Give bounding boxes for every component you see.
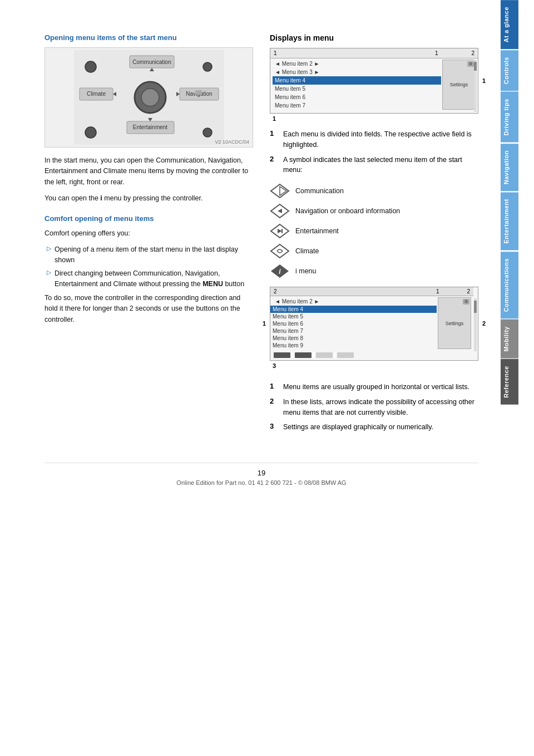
slider-divider3 (334, 352, 336, 358)
svg-rect-19 (195, 90, 202, 95)
section1-body1: In the start menu, you can open the Comm… (44, 155, 253, 188)
upper-labels-row: 1 2 (435, 50, 474, 56)
section2-title: Comfort opening of menu items (44, 214, 253, 223)
callouts-upper: 1 Each menu is divided into fields. The … (270, 129, 478, 175)
sidebar-tab-navigation[interactable]: Navigation (501, 144, 518, 191)
svg-text:Climate: Climate (87, 91, 106, 97)
symbol-imenu: i i menu (270, 263, 478, 279)
lower-item-6: Menu item 6 (273, 320, 437, 327)
menu-item-2: ◄ Menu item 3 ► (273, 68, 441, 76)
callout-num-2: 2 (270, 155, 280, 163)
callout-lnum-2: 2 (270, 397, 280, 405)
section2-intro: Comfort opening offers you: (44, 228, 253, 239)
bullet-arrow-1: ▷ (47, 245, 51, 252)
svg-marker-27 (271, 244, 289, 258)
callout-ltext-3: Settings are displayed graphically or nu… (283, 422, 433, 433)
lower-item-5: Menu item 5 (273, 313, 437, 320)
section1-title: Opening menu items of the start menu (44, 33, 253, 42)
sidebar-tab-driving-tips[interactable]: Driving tips (501, 92, 518, 143)
callout-lnum-1: 1 (270, 382, 280, 390)
lower-item-7: Menu item 7 (273, 327, 437, 335)
callout-lnum-3: 3 (270, 422, 280, 430)
sidebar-tab-reference[interactable]: Reference (501, 359, 518, 405)
slider-filled-2 (295, 352, 312, 358)
upper-scrollbar (474, 60, 477, 112)
callout-l3: 3 Settings are displayed graphically or … (270, 422, 478, 433)
upper-label-1a: 1 (274, 50, 277, 56)
callout-num-1: 1 (270, 129, 280, 138)
lower-num-1a: 1 (436, 288, 439, 294)
sidebar-tab-entertainment[interactable]: Entertainment (501, 192, 518, 250)
slider-divider1 (291, 352, 294, 358)
menu-item-6: Menu item 7 (273, 101, 441, 110)
callout-text-2: A symbol indicates the last selected men… (283, 155, 478, 176)
lower-item-8: Menu item 8 (273, 335, 437, 342)
symbol-label-ent: Entertainment (295, 227, 339, 235)
bullet-text-2: Direct changing between Communication, N… (55, 268, 253, 289)
lower-header-item: ◄ Menu item 2 ► (273, 297, 437, 306)
symbol-icon-ent (270, 223, 290, 239)
bullet-item-2: ▷ Direct changing between Communication,… (44, 268, 253, 289)
symbol-clim: Climate (270, 243, 478, 259)
lower-diagram-header: 2 1 2 (270, 287, 473, 296)
upper-display-diagram: 1 1 2 ◄ Menu item 2 ► ◄ Menu item 3 ► Me… (270, 48, 478, 114)
diagram-watermark: V2 10ACDC/04 (215, 139, 249, 145)
svg-point-14 (141, 89, 159, 106)
symbol-table: Communication Navigation or onboard info… (270, 183, 478, 279)
sidebar-tab-at-a-glance[interactable]: At a glance (501, 0, 518, 49)
menu-item-4: Menu item 5 (273, 85, 441, 93)
lower-display-diagram: 2 1 2 ◄ Menu item 2 ► Menu item 4 Menu i… (270, 287, 478, 361)
callout-l1: 1 Menu items are usually grouped in hori… (270, 382, 478, 392)
sidebar-tab-controls[interactable]: Controls (501, 50, 518, 91)
section1-body2: You can open the i menu by pressing the … (44, 193, 253, 204)
svg-text:Entertainment: Entertainment (132, 124, 167, 130)
start-menu-diagram: Communication Navigation Entertainment C… (44, 47, 253, 148)
upper-label-1b: 1 (435, 50, 438, 56)
svg-text:Communication: Communication (132, 59, 171, 65)
sidebar-tab-communications[interactable]: Communications (501, 252, 518, 318)
callout-2: 2 A symbol indicates the last selected m… (270, 155, 478, 176)
callout-l2: 2 In these lists, arrows indicate the po… (270, 397, 478, 418)
page-footer: 19 Online Edition for Part no. 01 41 2 6… (44, 463, 478, 486)
bullet-arrow-2: ▷ (47, 269, 51, 276)
slider-empty (316, 352, 333, 358)
svg-marker-25 (278, 229, 282, 233)
symbol-icon-imenu: i (270, 263, 290, 279)
symbol-comm: Communication (270, 183, 478, 199)
page-number: 19 (44, 469, 478, 477)
svg-point-16 (203, 62, 212, 71)
callout-ltext-2: In these lists, arrows indicate the poss… (283, 397, 478, 418)
callout-text-1: Each menu is divided into fields. The re… (283, 129, 478, 150)
bullet-item-1: ▷ Opening of a menu item of the start me… (44, 244, 253, 266)
lower-num-2b: 2 (467, 288, 470, 294)
lower-scrollbar (474, 298, 477, 351)
slider-filled (274, 352, 290, 358)
ref-num-left: 1 (263, 320, 266, 327)
slider-divider2 (313, 352, 315, 358)
ref-num-right-1: 1 (482, 77, 486, 84)
menu-item-1: ◄ Menu item 2 ► (273, 60, 441, 68)
start-menu-svg: Communication Navigation Entertainment C… (74, 50, 224, 145)
ref-num-right-2: 2 (482, 320, 486, 327)
symbol-ent: Entertainment (270, 223, 478, 239)
symbol-label-imenu: i menu (295, 267, 317, 275)
symbol-label-comm: Communication (295, 187, 344, 195)
footer-text: Online Edition for Part no. 01 41 2 600 … (176, 479, 346, 486)
ref-num-bottom-1: 1 (273, 115, 276, 122)
sidebar-tab-mobility[interactable]: Mobility (501, 320, 518, 359)
displays-title: Displays in menu (270, 33, 478, 42)
ref-num-bottom-3: 3 (273, 362, 276, 369)
svg-point-15 (85, 61, 96, 72)
callout-1: 1 Each menu is divided into fields. The … (270, 129, 478, 150)
upper-label-2a: 2 (471, 50, 474, 56)
callout-ltext-1: Menu items are usually grouped in horizo… (283, 382, 469, 392)
lower-item-9: Menu item 9 (273, 342, 437, 349)
svg-marker-23 (278, 209, 282, 213)
svg-point-18 (203, 128, 212, 137)
lower-item-highlighted: Menu item 4 (270, 306, 437, 313)
section2-body: To do so, move the controller in the cor… (44, 293, 253, 325)
settings-panel-upper: Settings ⚙ (442, 60, 476, 110)
symbol-icon-comm (270, 183, 290, 199)
symbol-nav: Navigation or onboard information (270, 203, 478, 219)
slider-empty-2 (337, 352, 354, 358)
